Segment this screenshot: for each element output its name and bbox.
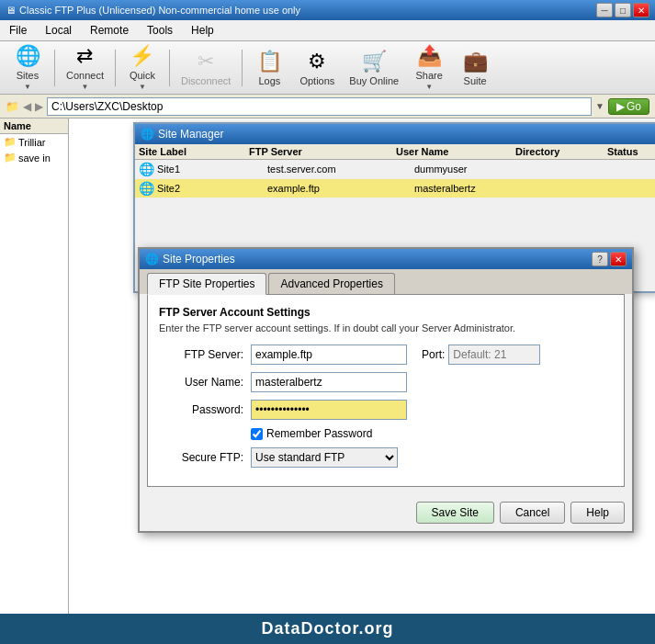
save-site-button[interactable]: Save Site <box>416 502 494 524</box>
go-label: Go <box>627 100 641 113</box>
dropdown-arrow-icon[interactable]: ▼ <box>595 101 604 111</box>
site-manager-title-text: Site Manager <box>158 128 223 141</box>
username-label: User Name: <box>159 376 251 389</box>
menu-bar: File Local Remote Tools Help <box>0 20 655 41</box>
table-header: Site Label FTP Server User Name Director… <box>135 144 655 160</box>
folder-icon-savein: 📁 <box>4 152 17 164</box>
menu-tools[interactable]: Tools <box>141 22 178 39</box>
quick-label: Quick <box>130 70 155 81</box>
share-label: Share <box>415 70 442 81</box>
cancel-button[interactable]: Cancel <box>500 502 565 524</box>
password-input[interactable] <box>251 400 407 420</box>
divider-4 <box>242 50 243 86</box>
title-bar-controls: ─ □ ✕ <box>596 3 649 17</box>
back-icon: ◀ <box>23 100 31 113</box>
share-button[interactable]: 📤 Share ▼ <box>407 45 451 91</box>
ftp-server-label: FTP Server: <box>159 348 251 361</box>
right-panel: 🌐 Site Manager Site Label FTP Server Use… <box>69 119 655 615</box>
menu-file[interactable]: File <box>4 22 32 39</box>
tab-ftp-site-properties[interactable]: FTP Site Properties <box>147 273 266 295</box>
secure-ftp-select[interactable]: Use standard FTP <box>251 447 398 468</box>
options-label: Options <box>299 75 334 86</box>
buy-online-button[interactable]: 🛒 Buy Online <box>343 45 405 91</box>
title-bar-left: 🖥 Classic FTP Plus (Unlicensed) Non-comm… <box>6 5 300 16</box>
remember-password-row: Remember Password <box>251 427 613 440</box>
options-button[interactable]: ⚙ Options <box>293 45 341 91</box>
forward-icon: ▶ <box>35 100 43 113</box>
table-row[interactable]: 🌐 Site2 example.ftp masteralbertz <box>135 179 655 198</box>
password-row: Password: <box>159 400 613 420</box>
logs-label: Logs <box>258 75 280 86</box>
sites-label: Sites <box>17 70 39 81</box>
site-props-title-text: Site Properties <box>163 253 235 266</box>
address-input[interactable] <box>47 97 592 116</box>
close-button[interactable]: ✕ <box>633 3 649 17</box>
folder-icon: 📁 <box>6 100 19 113</box>
form-area: FTP Server Account Settings Enter the FT… <box>147 294 625 487</box>
connect-dropdown-arrow: ▼ <box>82 83 89 91</box>
close-title-button[interactable]: ✕ <box>610 252 627 266</box>
password-label: Password: <box>159 403 251 416</box>
menu-help[interactable]: Help <box>186 22 220 39</box>
share-icon: 📤 <box>417 44 442 68</box>
connect-icon: ⇄ <box>76 44 93 68</box>
site2-server: example.ftp <box>267 183 414 194</box>
ftp-server-input[interactable] <box>251 345 407 365</box>
title-bar: 🖥 Classic FTP Plus (Unlicensed) Non-comm… <box>0 0 655 20</box>
go-button[interactable]: ▶ Go <box>608 98 649 115</box>
site-icon-2: 🌐 <box>139 181 154 196</box>
col-label: Site Label <box>139 146 249 157</box>
quick-dropdown-arrow: ▼ <box>139 83 146 91</box>
disconnect-label: Disconnect <box>181 75 231 86</box>
username-row: User Name: <box>159 372 613 392</box>
suite-label: Suite <box>464 75 487 86</box>
tree-item-label: Trilliar <box>18 137 46 148</box>
ftp-server-row: FTP Server: Port: <box>159 345 613 365</box>
col-dir: Directory <box>515 146 607 157</box>
sites-button[interactable]: 🌐 Sites ▼ <box>6 45 50 91</box>
remember-password-label: Remember Password <box>266 427 372 440</box>
port-input[interactable] <box>448 345 540 365</box>
suite-button[interactable]: 💼 Suite <box>453 45 497 91</box>
help-button[interactable]: Help <box>570 502 625 524</box>
buy-label: Buy Online <box>349 75 399 86</box>
tree-item-savein[interactable]: 📁 save in <box>0 150 68 165</box>
site-props-controls: ? ✕ <box>592 252 627 266</box>
folder-icon-trilliar: 📁 <box>4 136 17 148</box>
help-title-button[interactable]: ? <box>592 252 608 266</box>
username-input[interactable] <box>251 372 407 392</box>
table-row[interactable]: 🌐 Site1 test.server.com dummyuser <box>135 160 655 179</box>
options-icon: ⚙ <box>308 50 326 73</box>
quick-button[interactable]: ⚡ Quick ▼ <box>120 45 164 91</box>
col-user: User Name <box>396 146 515 157</box>
site-manager-icon: 🌐 <box>141 128 154 141</box>
left-panel: Name 📁 Trilliar 📁 save in <box>0 119 69 615</box>
address-bar: 📁 ◀ ▶ ▼ ▶ Go <box>0 95 655 119</box>
logs-button[interactable]: 📋 Logs <box>247 45 291 91</box>
suite-icon: 💼 <box>463 50 488 73</box>
site-properties-dialog: 🌐 Site Properties ? ✕ FTP Site Propertie… <box>138 247 634 533</box>
tree-item-trilliar[interactable]: 📁 Trilliar <box>0 134 68 150</box>
tree-item-label: save in <box>18 153 51 164</box>
maximize-button[interactable]: □ <box>615 3 631 17</box>
minimize-button[interactable]: ─ <box>596 3 613 17</box>
divider-3 <box>169 50 170 86</box>
footer-text: DataDoctor.org <box>261 619 393 638</box>
menu-local[interactable]: Local <box>40 22 77 39</box>
menu-remote[interactable]: Remote <box>85 22 134 39</box>
disconnect-button: ✂ Disconnect <box>175 45 237 91</box>
tab-advanced-properties[interactable]: Advanced Properties <box>268 273 394 294</box>
site-props-title-left: 🌐 Site Properties <box>145 253 235 266</box>
connect-button[interactable]: ⇄ Connect ▼ <box>60 45 110 91</box>
site-props-title-bar: 🌐 Site Properties ? ✕ <box>140 249 632 269</box>
buy-icon: 🛒 <box>362 50 387 73</box>
col-server: FTP Server <box>249 146 396 157</box>
form-section-title: FTP Server Account Settings <box>159 306 613 319</box>
remember-password-checkbox[interactable] <box>251 428 263 440</box>
toolbar: 🌐 Sites ▼ ⇄ Connect ▼ ⚡ Quick ▼ ✂ Discon… <box>0 41 655 95</box>
site-props-icon: 🌐 <box>145 253 159 266</box>
site-manager-title: 🌐 Site Manager <box>135 124 655 144</box>
sites-icon: 🌐 <box>16 44 40 68</box>
footer: DataDoctor.org <box>0 614 655 644</box>
tabs: FTP Site Properties Advanced Properties <box>140 269 632 294</box>
